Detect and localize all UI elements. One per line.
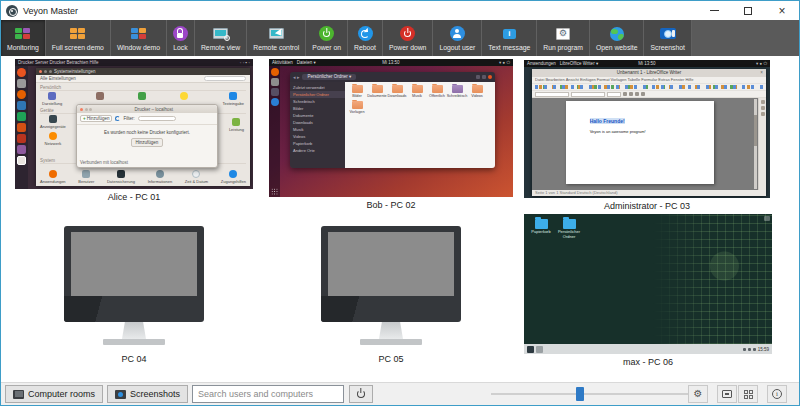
item-icon (229, 170, 237, 178)
folder-item: Dokumente (368, 85, 386, 98)
computer-tile-administrator-pc03[interactable]: Anwendungen LibreOffice Writer ▾ Mi 13:5… (524, 60, 770, 211)
toolbar-button-fullscreen-demo[interactable]: Full screen demo (46, 20, 111, 56)
bold-icon (623, 92, 627, 96)
system-tray: 15:59 (743, 347, 769, 352)
screenshots-button[interactable]: Screenshots (107, 385, 188, 403)
bob-files-body: Zuletzt verwendetPersönlicher OrdnerSchr… (290, 82, 495, 168)
item-icon (96, 92, 104, 100)
computer-tile-max-pc06[interactable]: Papierkorb Persönlicher Ordner 15:59 max… (524, 214, 772, 367)
toolbar-button-logout-user[interactable]: Logout user (433, 20, 482, 56)
admin-screen-thumbnail[interactable]: Anwendungen LibreOffice Writer ▾ Mi 13:5… (524, 60, 770, 198)
taskbar-clock: 15:59 (758, 347, 769, 352)
calc-icon (17, 112, 26, 121)
settings-icon (17, 145, 26, 154)
folder-label: Papierkorb (531, 230, 550, 235)
scrollbar (754, 99, 757, 189)
alice-printer-dialog: Drucker – localhost +Hinzufügen Filter: … (76, 104, 218, 168)
folder-icon (563, 219, 576, 229)
item-label: Informationen (148, 179, 172, 184)
settings-button[interactable]: ⚙ (688, 385, 708, 403)
desktop-folder-icon: Papierkorb (527, 219, 555, 235)
folder-item: Vorlagen (348, 101, 366, 114)
maximize-button[interactable] (731, 1, 765, 20)
computer-tile-pc04-offline[interactable]: PC 04 (15, 226, 253, 364)
writer-document-area: Hallo Freunde! Veyon is an awesome progr… (532, 98, 766, 190)
item-icon (138, 92, 146, 100)
folder-icon (535, 219, 548, 229)
toolbar-label: Remote view (201, 44, 240, 51)
toolbar-button-reboot[interactable]: Reboot (348, 20, 383, 56)
alice-settings-item: Benutzer (78, 170, 94, 184)
alice-settings-window: Systemeinstellungen Alle Einstellungen P… (36, 68, 250, 186)
sidebar-icon (761, 106, 765, 110)
clock-label: Mi 13:50 (638, 60, 655, 67)
computer-tile-pc05-offline[interactable]: PC 05 (269, 226, 513, 364)
underline-icon (635, 92, 639, 96)
close-button[interactable]: × (765, 1, 799, 20)
toolbar-button-screenshot[interactable]: Screenshot (644, 20, 691, 56)
bob-screen-thumbnail[interactable]: Aktivitäten Dateien ▾ Mi 13:50 ▾ ● ⏻ ◂ ▸… (269, 59, 513, 197)
max-screen-thumbnail[interactable]: Papierkorb Persönlicher Ordner 15:59 (524, 214, 772, 354)
monitor-reload-icon (722, 390, 732, 398)
toolbar-label: Run program (543, 44, 583, 51)
item-icon (372, 85, 383, 93)
toolbar-button-monitoring[interactable]: Monitoring (1, 20, 46, 56)
slider-track[interactable] (491, 393, 703, 395)
item-label: Texteingabe (222, 101, 244, 106)
alice-settings-item: Zugangshilfen (221, 170, 246, 184)
alice-printer-dialog-titlebar: Drucker – localhost (77, 105, 217, 113)
info-icon: i (772, 389, 782, 399)
bob-sidebar-item: Bilder (290, 105, 345, 112)
tray-icon (753, 348, 756, 351)
folder-item: Schreibtisch (448, 85, 466, 98)
power-menu-button[interactable] (349, 385, 373, 403)
sidebar-icon (761, 100, 765, 104)
toolbar-button-remote-view[interactable]: Remote view (195, 20, 247, 56)
alice-screen-thumbnail[interactable]: Drucker Server Drucker Betrachten Hilfe … (15, 59, 253, 189)
item-icon (352, 85, 363, 93)
tray-icon (748, 348, 751, 351)
computer-rooms-button[interactable]: Computer rooms (5, 385, 103, 403)
alice-settings-item: Datensicherung (107, 170, 135, 184)
toolbar-label: Power down (389, 44, 426, 51)
bob-dock (269, 66, 280, 197)
toolbar-label: Text message (488, 44, 530, 51)
thumbnail-size-slider-handle[interactable] (576, 387, 584, 401)
folder-item: Videos (468, 85, 486, 98)
maximize-dot-icon (49, 70, 52, 73)
align-to-grid-button[interactable] (738, 385, 758, 403)
printer-dialog-status: Verbunden mit localhost (80, 160, 128, 165)
about-button[interactable]: i (767, 385, 787, 403)
minimize-button[interactable] (697, 1, 731, 20)
alice-settings-item: Anwendungen (40, 170, 66, 184)
item-label: Datensicherung (107, 179, 135, 184)
monitoring-area: Drucker Server Drucker Betrachten Hilfe … (1, 56, 799, 382)
firefox-icon (271, 68, 279, 76)
monitor-base (360, 339, 422, 345)
toolbar-button-open-website[interactable]: Open website (590, 20, 645, 56)
fullscreen-demo-icon (70, 26, 85, 42)
toolbar-button-lock[interactable]: Lock (167, 20, 195, 56)
toolbar-button-window-demo[interactable]: Window demo (111, 20, 167, 56)
bob-sidebar-item: Papierkorb (290, 140, 345, 147)
kde-wallpaper-pattern (653, 214, 772, 344)
alice-settings-header: Alle Einstellungen (36, 75, 250, 83)
computer-tile-alice-pc01[interactable]: Drucker Server Drucker Betrachten Hilfe … (15, 59, 253, 202)
reload-thumbnails-button[interactable] (717, 385, 737, 403)
item-icon (117, 170, 125, 178)
writer-icon (17, 101, 26, 110)
computer-tile-bob-pc02[interactable]: Aktivitäten Dateien ▾ Mi 13:50 ▾ ● ⏻ ◂ ▸… (269, 59, 513, 210)
toolbar-button-run-program[interactable]: ⚙ Run program (537, 20, 590, 56)
lock-icon (173, 26, 188, 42)
toolbar-button-power-on[interactable]: Power on (306, 20, 348, 56)
toolbar-icons-strip (535, 85, 763, 89)
search-input[interactable] (192, 385, 344, 403)
monitoring-icon (15, 26, 30, 42)
toolbar-button-power-down[interactable]: Power down (383, 20, 433, 56)
power-on-icon (319, 26, 334, 42)
window-title: Veyon Master (23, 6, 78, 16)
alice-settings-item: Texteingabe (222, 92, 244, 106)
toolbar-button-text-message[interactable]: i Text message (482, 20, 537, 56)
thumbnail-size-slider[interactable] (491, 387, 703, 401)
toolbar-button-remote-control[interactable]: Remote control (247, 20, 306, 56)
